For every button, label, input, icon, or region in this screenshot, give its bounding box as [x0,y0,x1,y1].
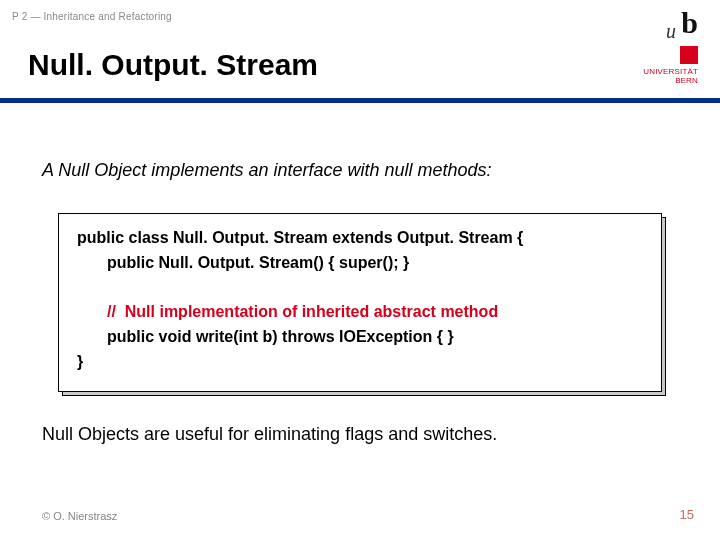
code-line: public void write(int b) throws IOExcept… [77,325,643,350]
intro-text: A Null Object implements an interface wi… [42,160,678,181]
slide: P 2 — Inheritance and Refactoring u b UN… [0,0,720,540]
code-line: // Null implementation of inherited abst… [77,300,643,325]
code-comment: // Null implementation of inherited abst… [77,300,498,325]
code-blank-line [77,276,643,301]
code-line: } [77,350,643,375]
code-content: public class Null. Output. Stream extend… [58,213,662,392]
logo-square-icon [680,46,698,64]
copyright: © O. Nierstrasz [42,510,117,522]
code-line: public Null. Output. Stream() { super();… [77,251,643,276]
conclusion-text: Null Objects are useful for eliminating … [42,424,678,445]
code-box: public class Null. Output. Stream extend… [58,213,662,392]
title-block: Null. Output. Stream [28,48,318,82]
page-title: Null. Output. Stream [28,48,318,82]
logo-letter-b: b [681,6,698,40]
body: A Null Object implements an interface wi… [42,160,678,445]
code-indent: public void write(int b) throws IOExcept… [77,325,454,350]
page-number: 15 [680,507,694,522]
logo-letter-u: u [666,20,676,43]
breadcrumb: P 2 — Inheritance and Refactoring [12,11,172,22]
code-indent: public Null. Output. Stream() { super();… [77,251,409,276]
logo-text: UNIVERSITÄT BERN [643,68,698,86]
code-line: public class Null. Output. Stream extend… [77,226,643,251]
logo-text-line2: BERN [643,77,698,86]
title-rule [0,98,720,103]
